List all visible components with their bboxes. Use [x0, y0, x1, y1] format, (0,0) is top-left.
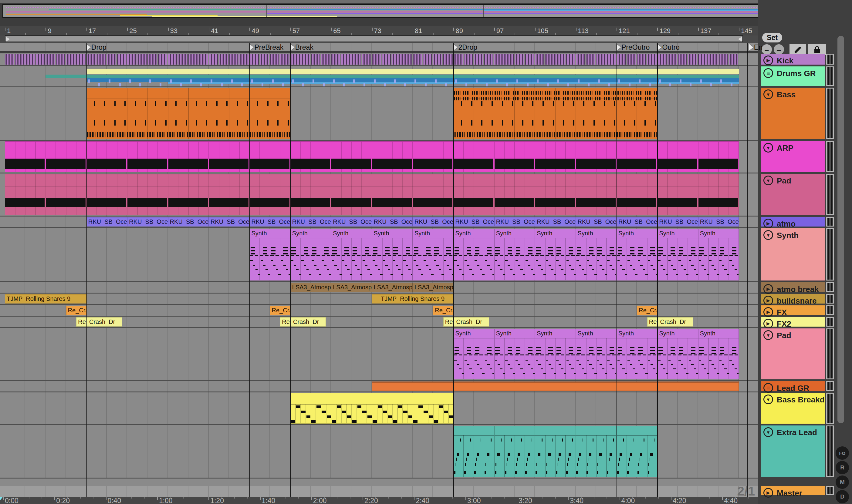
- extra-lead-clip[interactable]: [494, 426, 535, 477]
- locator-row[interactable]: DropPreBreakBreak2DropPreOutroOutroEn: [0, 43, 758, 52]
- locator-flag-preoutro[interactable]: PreOutro: [617, 43, 650, 51]
- audio-label-clip[interactable]: LSA3_Atmosp: [413, 283, 453, 292]
- audio-label-clip[interactable]: Re_Crash_Dr: [443, 317, 489, 327]
- audio-label-clip[interactable]: LSA3_Atmosp: [290, 283, 331, 292]
- synth-midi-clip[interactable]: Synth: [290, 229, 331, 281]
- audio-label-clip[interactable]: TJMP_Rolling Snares 9: [5, 294, 87, 304]
- audio-label-clip[interactable]: RKU_SB_Oce: [617, 217, 657, 227]
- synth-midi-clip[interactable]: Synth: [698, 229, 739, 281]
- track-header-atmo-break[interactable]: ▶atmo break: [761, 282, 825, 292]
- drum-group-band[interactable]: [46, 75, 739, 78]
- locator-flag-drop[interactable]: Drop: [87, 43, 107, 51]
- audio-label-clip[interactable]: LSA3_Atmosp: [372, 283, 413, 292]
- audio-label-clip[interactable]: RKU_SB_Oce: [87, 217, 127, 227]
- extra-lead-clip[interactable]: [453, 426, 494, 477]
- unfold-arrow-icon[interactable]: ▼: [763, 395, 773, 404]
- extra-lead-clip[interactable]: [617, 426, 657, 477]
- side-button-r[interactable]: R: [836, 461, 849, 474]
- audio-label-clip[interactable]: Re_Cra: [270, 306, 290, 315]
- vertical-scrollbar[interactable]: [837, 36, 844, 423]
- track-header-lead-gr[interactable]: ≡Lead GR: [761, 381, 825, 391]
- locator-flag-outro[interactable]: Outro: [657, 43, 680, 51]
- synth-midi-clip[interactable]: Synth: [617, 229, 657, 281]
- synth-midi-clip[interactable]: Synth: [331, 229, 372, 281]
- track-play-icon[interactable]: ▶: [763, 319, 773, 328]
- synth-midi-clip[interactable]: Synth: [413, 229, 453, 281]
- audio-label-clip[interactable]: TJMP_Rolling Snares 9: [372, 294, 454, 304]
- synth-midi-clip[interactable]: Synth: [657, 329, 698, 379]
- track-header-atmo[interactable]: ▶atmo: [761, 217, 825, 227]
- track-header-fx[interactable]: ▶FX: [761, 305, 825, 315]
- extra-lead-clip[interactable]: [535, 426, 575, 477]
- pad-clip[interactable]: [5, 174, 739, 215]
- unfold-arrow-icon[interactable]: ▼: [763, 230, 773, 240]
- back-arrow-button[interactable]: ←: [762, 44, 772, 55]
- track-header-synth[interactable]: ▼Synth: [761, 228, 825, 281]
- unfold-arrow-icon[interactable]: ▼: [763, 143, 773, 152]
- synth-midi-clip[interactable]: Synth: [372, 229, 413, 281]
- arrangement-grid[interactable]: RKU_SB_OceRKU_SB_OceRKU_SB_OceRKU_SB_Oce…: [0, 53, 758, 486]
- audio-label-clip[interactable]: RKU_SB_Oce: [413, 217, 453, 227]
- locator-flag-prebreak[interactable]: PreBreak: [249, 43, 283, 51]
- audio-label-clip[interactable]: Re_Cra: [637, 306, 657, 315]
- unfold-arrow-icon[interactable]: ▼: [763, 330, 773, 340]
- horizontal-scroll-band[interactable]: 2/1: [0, 486, 758, 497]
- audio-label-clip[interactable]: RKU_SB_Oce: [453, 217, 494, 227]
- audio-label-clip[interactable]: RKU_SB_Oce: [127, 217, 168, 227]
- bass-breakdown-clip[interactable]: [290, 393, 372, 424]
- track-header-bass-breakdown[interactable]: ▼Bass Breakdown: [761, 393, 825, 424]
- locator-flag-break[interactable]: Break: [290, 43, 314, 51]
- audio-label-clip[interactable]: RKU_SB_Oce: [657, 217, 698, 227]
- bass-breakdown-clip[interactable]: [372, 393, 454, 424]
- audio-label-clip[interactable]: RKU_SB_Oce: [698, 217, 739, 227]
- track-header-master[interactable]: ▶Master: [761, 486, 825, 495]
- track-header-fx2[interactable]: ▶FX2: [761, 317, 825, 327]
- bass-midi-clip[interactable]: [453, 88, 657, 139]
- track-play-icon[interactable]: ▶: [763, 219, 773, 228]
- track-play-icon[interactable]: ▶: [763, 488, 773, 498]
- audio-label-clip[interactable]: RKU_SB_Oce: [290, 217, 331, 227]
- audio-label-clip[interactable]: Re_Cra: [66, 306, 87, 315]
- drum-group-band[interactable]: [87, 78, 739, 82]
- forward-arrow-button[interactable]: →: [774, 44, 784, 55]
- track-header-arp[interactable]: ▼ARP: [761, 141, 825, 172]
- synth-midi-clip[interactable]: Synth: [698, 329, 739, 379]
- synth-midi-clip[interactable]: Synth: [453, 229, 494, 281]
- unfold-arrow-icon[interactable]: ▼: [763, 176, 773, 185]
- lead-group-clip[interactable]: [372, 381, 739, 391]
- set-button[interactable]: Set: [762, 33, 782, 42]
- extra-lead-clip[interactable]: [576, 426, 617, 477]
- synth-midi-clip[interactable]: Synth: [576, 229, 617, 281]
- synth-midi-clip[interactable]: Synth: [535, 229, 575, 281]
- synth-midi-clip[interactable]: Synth: [535, 329, 575, 379]
- synth-midi-clip[interactable]: Synth: [494, 329, 535, 379]
- track-header-extra-lead[interactable]: ▼Extra Lead: [761, 426, 825, 477]
- side-button-io[interactable]: I·O: [836, 446, 849, 460]
- track-play-icon[interactable]: ▶: [763, 55, 773, 65]
- kick-clip[interactable]: [5, 54, 739, 65]
- side-button-m[interactable]: M: [836, 475, 849, 489]
- audio-label-clip[interactable]: RKU_SB_Oce: [535, 217, 575, 227]
- track-header-bass[interactable]: ▼Bass: [761, 88, 825, 139]
- track-header-drums-gr[interactable]: ≡Drums GR: [761, 67, 825, 86]
- audio-label-clip[interactable]: LSA3_Atmosp: [331, 283, 372, 292]
- synth-midi-clip[interactable]: Synth: [249, 229, 290, 281]
- loop-start-arrow-icon[interactable]: [6, 37, 10, 41]
- track-header-pad[interactable]: ▼Pad: [761, 174, 825, 215]
- synth-midi-clip[interactable]: Synth: [617, 329, 657, 379]
- unfold-arrow-icon[interactable]: ▼: [763, 427, 773, 437]
- time-ruler[interactable]: 0:000:200:401:001:201:402:002:202:403:00…: [0, 497, 758, 504]
- audio-label-clip[interactable]: RKU_SB_Oce: [576, 217, 617, 227]
- audio-label-clip[interactable]: RKU_SB_Oce: [331, 217, 372, 227]
- loop-region[interactable]: [5, 35, 743, 42]
- synth-midi-clip[interactable]: Synth: [453, 329, 494, 379]
- unfold-arrow-icon[interactable]: ▼: [763, 89, 773, 99]
- arrangement-overview-minimap[interactable]: [2, 4, 804, 18]
- synth-midi-clip[interactable]: Synth: [657, 229, 698, 281]
- track-header-buildsnare[interactable]: ▶buildsnare: [761, 294, 825, 304]
- group-fold-icon[interactable]: ≡: [763, 68, 773, 78]
- side-button-d[interactable]: D: [836, 490, 849, 503]
- group-fold-icon[interactable]: ≡: [763, 383, 773, 393]
- track-play-icon[interactable]: ▶: [763, 296, 773, 305]
- audio-label-clip[interactable]: RKU_SB_Oce: [209, 217, 249, 227]
